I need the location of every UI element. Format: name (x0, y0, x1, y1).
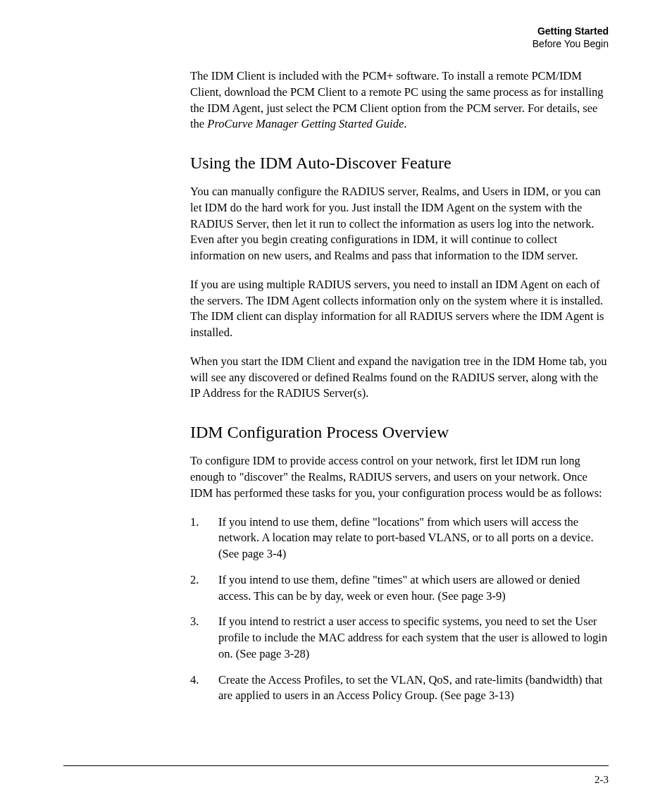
section2-p1: To configure IDM to provide access contr… (190, 453, 609, 501)
header-chapter: Getting Started (190, 25, 609, 38)
section1-p2: If you are using multiple RADIUS servers… (190, 277, 609, 341)
list-item: If you intend to use them, define "locat… (190, 515, 609, 562)
list-item: Create the Access Profiles, to set the V… (190, 672, 609, 705)
page-number: 2-3 (595, 774, 609, 786)
intro-paragraph: The IDM Client is included with the PCM+… (190, 68, 609, 133)
section1-p3: When you start the IDM Client and expand… (190, 354, 609, 402)
section1-p1: You can manually configure the RADIUS se… (190, 184, 609, 264)
footer-rule (63, 765, 609, 766)
section1-heading: Using the IDM Auto-Discover Feature (190, 154, 609, 173)
steps-list: If you intend to use them, define "locat… (190, 515, 609, 705)
list-item: If you intend to use them, define "times… (190, 572, 609, 605)
intro-text-after: . (404, 117, 406, 130)
header-section: Before You Begin (190, 38, 609, 51)
intro-italic: ProCurve Manager Getting Started Guide (207, 117, 404, 130)
list-item: If you intend to restrict a user access … (190, 614, 609, 662)
section2-heading: IDM Configuration Process Overview (190, 423, 609, 442)
running-header: Getting Started Before You Begin (190, 25, 609, 50)
